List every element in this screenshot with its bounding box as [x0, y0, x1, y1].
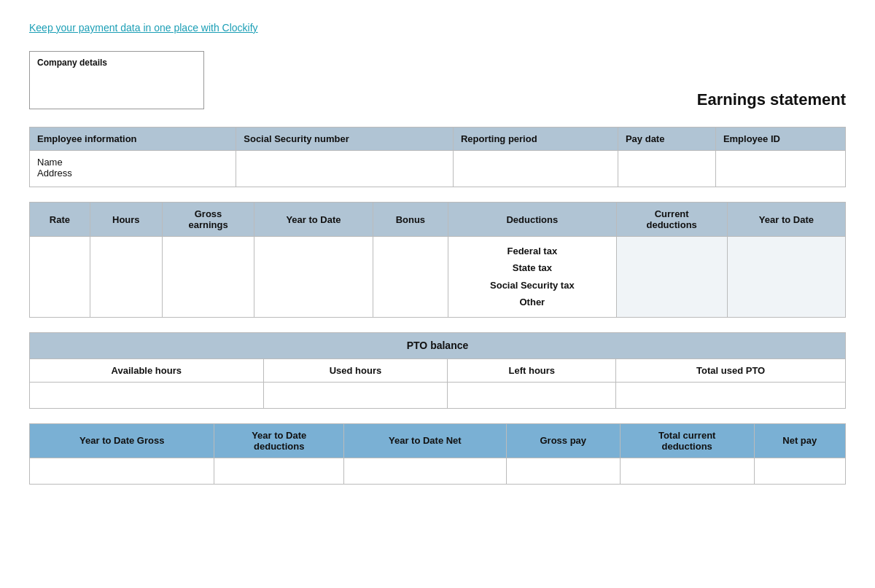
employee-name-label: NameAddress — [37, 157, 72, 179]
ytd-gross-header: Year to Date Gross — [30, 423, 214, 458]
ssn-cell — [236, 151, 454, 187]
left-hours-header: Left hours — [448, 358, 616, 382]
table-row: NameAddress — [30, 151, 846, 187]
used-hours-cell — [263, 382, 448, 408]
net-pay-cell — [754, 458, 846, 484]
federal-tax-label: Federal tax — [508, 246, 558, 256]
employee-id-header: Employee ID — [715, 128, 845, 151]
earnings-table: Rate Hours Grossearnings Year to Date Bo… — [29, 202, 846, 318]
summary-table: Year to Date Gross Year to Datededuction… — [29, 423, 846, 485]
left-hours-cell — [448, 382, 616, 408]
year-to-date-cell-1 — [254, 237, 373, 318]
gross-earnings-header: Grossearnings — [162, 203, 254, 237]
total-used-pto-header: Total used PTO — [616, 358, 846, 382]
social-security-label: Social Security tax — [490, 280, 575, 291]
ssn-header: Social Security number — [236, 128, 454, 151]
pto-column-headers: Available hours Used hours Left hours To… — [30, 358, 846, 382]
employee-info-header: Employee information — [30, 128, 236, 151]
gross-pay-header: Gross pay — [506, 423, 620, 458]
pto-title-cell: PTO balance — [30, 332, 846, 358]
ytd-net-cell — [343, 458, 506, 484]
year-to-date-header-2: Year to Date — [727, 203, 845, 237]
ytd-deductions-header: Year to Datedeductions — [214, 423, 343, 458]
clockify-link[interactable]: Keep your payment data in one place with… — [29, 22, 258, 34]
employee-info-cell: NameAddress — [30, 151, 236, 187]
table-row — [30, 458, 846, 484]
current-deductions-header: Currentdeductions — [616, 203, 727, 237]
employee-table: Employee information Social Security num… — [29, 127, 846, 187]
header-row: Company details Earnings statement — [29, 51, 846, 109]
employee-header-row: Employee information Social Security num… — [30, 128, 846, 151]
pto-table: PTO balance Available hours Used hours L… — [29, 332, 846, 409]
company-details-label: Company details — [37, 58, 107, 68]
current-deductions-cell — [616, 237, 727, 318]
table-row: Federal tax State tax Social Security ta… — [30, 237, 846, 318]
earnings-section: Rate Hours Grossearnings Year to Date Bo… — [29, 202, 846, 318]
ytd-net-header: Year to Date Net — [343, 423, 506, 458]
net-pay-header: Net pay — [754, 423, 846, 458]
rate-cell — [30, 237, 90, 318]
available-hours-header: Available hours — [30, 358, 264, 382]
pto-section: PTO balance Available hours Used hours L… — [29, 332, 846, 409]
summary-section: Year to Date Gross Year to Datededuction… — [29, 423, 846, 485]
employee-id-cell — [715, 151, 845, 187]
pay-date-cell — [618, 151, 715, 187]
total-current-deductions-header: Total currentdeductions — [620, 423, 754, 458]
hours-cell — [90, 237, 162, 318]
available-hours-cell — [30, 382, 264, 408]
deductions-cell: Federal tax State tax Social Security ta… — [448, 237, 616, 318]
pto-title-row: PTO balance — [30, 332, 846, 358]
table-row — [30, 382, 846, 408]
total-current-deductions-cell — [620, 458, 754, 484]
ytd-deductions-cell — [214, 458, 343, 484]
earnings-header-row: Rate Hours Grossearnings Year to Date Bo… — [30, 203, 846, 237]
bonus-cell — [373, 237, 448, 318]
reporting-period-header: Reporting period — [453, 128, 618, 151]
reporting-period-cell — [453, 151, 618, 187]
company-box: Company details — [29, 51, 204, 109]
gross-earnings-cell — [162, 237, 254, 318]
gross-pay-cell — [506, 458, 620, 484]
rate-header: Rate — [30, 203, 90, 237]
pay-date-header: Pay date — [618, 128, 715, 151]
year-to-date-header-1: Year to Date — [254, 203, 373, 237]
bonus-header: Bonus — [373, 203, 448, 237]
hours-header: Hours — [90, 203, 162, 237]
total-used-pto-cell — [616, 382, 846, 408]
summary-header-row: Year to Date Gross Year to Datededuction… — [30, 423, 846, 458]
ytd-gross-cell — [30, 458, 214, 484]
year-to-date-cell-2 — [727, 237, 845, 318]
earnings-title: Earnings statement — [697, 90, 846, 109]
state-tax-label: State tax — [513, 262, 552, 273]
deductions-header: Deductions — [448, 203, 616, 237]
employee-section: Employee information Social Security num… — [29, 127, 846, 187]
used-hours-header: Used hours — [263, 358, 448, 382]
other-label: Other — [520, 297, 545, 307]
